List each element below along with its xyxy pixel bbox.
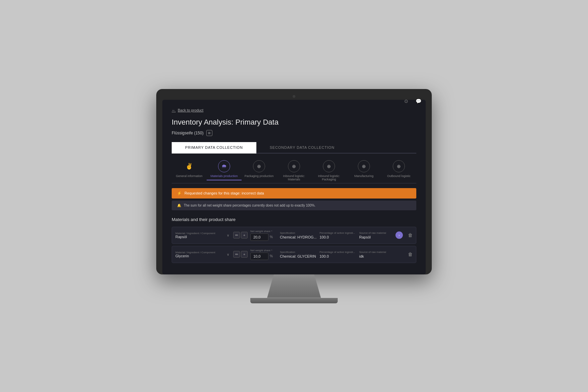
weight-label-1: Net weight share * (250, 249, 273, 252)
active-ingr-value-1: 100.0 (320, 254, 356, 258)
stage-label-inbound-mat: Inbound logistic: Materials (277, 174, 311, 181)
mat-source-1: Source of raw material idk (359, 251, 393, 258)
stage-icon-packaging: ⊕ (253, 160, 265, 172)
mat-active-ingr-1: Percentage of active ingredi... 100.0 (320, 251, 356, 258)
stage-general[interactable]: ✌️ General information (172, 160, 207, 181)
active-ingr-value-0: 100.0 (320, 235, 356, 239)
stage-icon-manufacturing: ⊕ (358, 160, 370, 172)
stage-underline-materials (207, 180, 242, 180)
mat-weight-1: Net weight share * % (250, 249, 277, 260)
weight-label-0: Net weight share * (250, 230, 273, 233)
section-title: Materials and their product share (172, 217, 416, 222)
delete-button-0[interactable]: 🗑 (408, 232, 413, 238)
stage-label-manufacturing: Manufacturing (354, 174, 373, 178)
stage-packaging[interactable]: ⊕ Packaging production (242, 160, 277, 181)
edit-button-1[interactable]: ✏ (233, 251, 240, 258)
page-title: Inventory Analysis: Primary Data (172, 118, 416, 127)
product-label-row: Flüssigseife (150) ⊞ (172, 130, 416, 136)
mat-weight-0: Net weight share * % (250, 230, 277, 241)
weight-input-1[interactable] (250, 253, 268, 260)
spec-value-0: Chemical: HYDROG... (280, 235, 317, 239)
source-label-1: Source of raw material (359, 251, 393, 254)
stage-materials[interactable]: 🌧 Materials production (207, 160, 242, 181)
material-row: Material / Ingredient / Component Glycer… (172, 246, 416, 263)
stage-label-outbound: Outbound logistic (387, 174, 411, 178)
source-label-0: Source of raw material (359, 231, 393, 234)
tab-primary[interactable]: PRIMARY DATA COLLECTION (172, 142, 256, 154)
stage-outbound[interactable]: ⊕ Outbound logistic (381, 160, 416, 181)
back-arrow-icon: ← (172, 108, 176, 113)
stage-icon-outbound: ⊕ (393, 160, 405, 172)
active-ingr-label-0: Percentage of active ingredi... (320, 231, 356, 234)
alert-orange-text: Requested changes for this stage: incorr… (184, 191, 264, 195)
settings-icon[interactable]: ⊙ (402, 100, 410, 105)
component-label-0: Material / Ingredient / Component (175, 232, 225, 235)
stage-icon-inbound-pkg: ⊕ (323, 160, 335, 172)
add-button-0[interactable]: + (241, 232, 248, 238)
stage-icon-materials: 🌧 (218, 160, 230, 172)
weight-percent-1: % (270, 254, 273, 258)
stage-inbound-pkg[interactable]: ⊕ Inbound logistic: Packaging (311, 160, 346, 181)
material-row: Material / Ingredient / Component Rapsöl… (172, 227, 416, 244)
mat-component-field-1: Material / Ingredient / Component Glycer… (175, 251, 229, 258)
product-name: Flüssigseife (150) (172, 131, 204, 135)
back-to-product-link[interactable]: ← Back to product (172, 108, 416, 113)
mat-actions-1: ✏ + (233, 251, 248, 258)
alert-dark: 🔔 The sum for all net weight share perce… (172, 201, 416, 210)
add-button-1[interactable]: + (241, 251, 248, 258)
active-ingr-label-1: Percentage of active ingredi... (320, 251, 356, 254)
stage-manufacturing[interactable]: ⊕ Manufacturing (346, 160, 381, 181)
alert-dark-icon: 🔔 (177, 204, 181, 207)
stage-label-materials: Materials production (210, 174, 238, 178)
stage-label-inbound-pkg: Inbound logistic: Packaging (311, 174, 346, 181)
spec-label-0: Specification (280, 231, 317, 234)
expand-button-0[interactable]: › (395, 231, 403, 239)
main-tabs: PRIMARY DATA COLLECTION SECONDARY DATA C… (172, 142, 416, 154)
mat-spec-1: Specification Chemical: GLYCERIN (280, 251, 317, 258)
mat-active-ingr-0: Percentage of active ingredi... 100.0 (320, 231, 356, 239)
edit-button-0[interactable]: ✏ (233, 232, 240, 238)
spec-label-1: Specification (280, 251, 317, 254)
dropdown-chevron-1[interactable]: ∨ (227, 253, 229, 256)
product-icon[interactable]: ⊞ (206, 130, 212, 136)
tab-secondary[interactable]: SECONDARY DATA COLLECTION (256, 142, 348, 154)
stage-label-packaging: Packaging production (245, 174, 274, 178)
alert-orange: ⚡ Requested changes for this stage: inco… (172, 188, 416, 199)
stage-divider (172, 183, 416, 183)
alert-dark-text: The sum for all net weight share percent… (184, 204, 316, 207)
mat-source-0: Source of raw material Rapsöl (359, 231, 393, 239)
stage-icon-inbound-mat: ⊕ (288, 160, 300, 172)
weight-percent-0: % (270, 235, 273, 239)
stage-label-general: General information (176, 174, 202, 178)
delete-button-1[interactable]: 🗑 (408, 252, 413, 257)
mat-spec-0: Specification Chemical: HYDROG... (280, 231, 317, 239)
mat-actions-0: ✏ + (233, 232, 248, 238)
dropdown-chevron-0[interactable]: ∨ (227, 233, 229, 237)
materials-table: Material / Ingredient / Component Rapsöl… (172, 227, 416, 263)
stage-icon-general: ✌️ (183, 160, 195, 172)
source-value-0: Rapsöl (359, 235, 393, 239)
stages-row: ✌️ General information 🌧 Materials produ… (172, 160, 416, 181)
weight-input-0[interactable] (250, 233, 268, 241)
alert-orange-icon: ⚡ (177, 191, 182, 195)
component-value-1: Glycerin (175, 254, 225, 258)
chat-icon[interactable]: 💬 (414, 100, 422, 105)
mat-component-field: Material / Ingredient / Component Rapsöl… (175, 232, 229, 239)
spec-value-1: Chemical: GLYCERIN (280, 254, 317, 258)
component-label-1: Material / Ingredient / Component (175, 251, 225, 254)
component-value-0: Rapsöl (175, 235, 225, 239)
stage-inbound-mat[interactable]: ⊕ Inbound logistic: Materials (277, 160, 311, 181)
source-value-1: idk (359, 254, 393, 258)
